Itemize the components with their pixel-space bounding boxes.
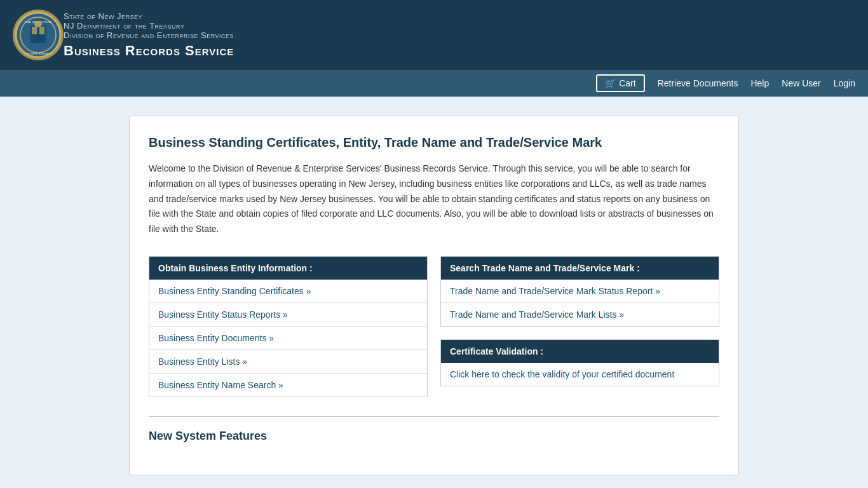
link-documents[interactable]: Business Entity Documents » [158,333,274,343]
nav-login[interactable]: Login [834,78,855,88]
main-navbar: 🛒 Cart Retrieve Documents Help New User … [0,70,868,97]
link-status-reports[interactable]: Business Entity Status Reports » [158,309,288,320]
new-features-title: New System Features [149,416,719,443]
nav-retrieve-documents[interactable]: Retrieve Documents [658,78,738,88]
link-trade-name-lists[interactable]: Trade Name and Trade/Service Mark Lists … [450,309,624,320]
cart-button[interactable]: 🛒 Cart [596,74,644,92]
link-name-search[interactable]: Business Entity Name Search » [158,380,283,390]
certificate-validation-links: Click here to check the validity of your… [441,363,719,386]
page-title: Business Standing Certificates, Entity, … [149,135,719,150]
list-item: Business Entity Name Search » [149,374,427,396]
obtain-entity-info-header: Obtain Business Entity Information : [149,257,427,280]
site-header: THE GREAT SEAL OF NEW JERSEY State of Ne… [0,0,868,70]
nav-help[interactable]: Help [750,78,769,88]
list-item: Trade Name and Trade/Service Mark Lists … [441,303,719,326]
nav-new-user[interactable]: New User [782,78,820,88]
header-line1: State of New Jersey [64,11,234,21]
list-item: Business Entity Standing Certificates » [149,280,427,303]
link-lists[interactable]: Business Entity Lists » [158,356,247,367]
header-line4: Business Records Service [64,43,234,59]
cart-icon: 🛒 [605,78,616,88]
obtain-entity-info-links: Business Entity Standing Certificates » … [149,280,427,396]
trade-name-links: Trade Name and Trade/Service Mark Status… [441,280,719,326]
header-line3: Division of Revenue and Enterprise Servi… [64,30,234,40]
list-item: Click here to check the validity of your… [441,363,719,386]
cart-label: Cart [619,78,635,88]
svg-rect-5 [32,27,37,34]
nj-seal: THE GREAT SEAL OF NEW JERSEY [13,10,64,60]
new-features-section: New System Features [149,416,719,443]
trade-name-header: Search Trade Name and Trade/Service Mark… [441,257,719,280]
intro-paragraph: Welcome to the Division of Revenue & Ent… [149,161,719,237]
header-text-block: State of New Jersey NJ Department of the… [64,11,234,59]
link-standing-certificates[interactable]: Business Entity Standing Certificates » [158,286,311,296]
obtain-entity-info-section: Obtain Business Entity Information : Bus… [149,256,428,397]
certificate-validation-header: Certificate Validation : [441,340,719,363]
header-line2: NJ Department of the Treasury [64,21,234,30]
content-grid: Obtain Business Entity Information : Bus… [149,256,719,397]
list-item: Business Entity Documents » [149,327,427,350]
svg-rect-6 [39,27,44,34]
link-certificate-validity[interactable]: Click here to check the validity of your… [450,369,674,379]
trade-name-section: Search Trade Name and Trade/Service Mark… [440,256,719,327]
certificate-validation-section: Certificate Validation : Click here to c… [440,339,719,386]
right-column: Search Trade Name and Trade/Service Mark… [440,256,719,397]
link-trade-name-status-report[interactable]: Trade Name and Trade/Service Mark Status… [450,286,660,296]
svg-point-7 [34,21,42,27]
main-content: Business Standing Certificates, Entity, … [129,116,739,475]
list-item: Trade Name and Trade/Service Mark Status… [441,280,719,303]
list-item: Business Entity Status Reports » [149,303,427,327]
svg-text:OF NEW JERSEY: OF NEW JERSEY [25,52,51,55]
list-item: Business Entity Lists » [149,350,427,374]
